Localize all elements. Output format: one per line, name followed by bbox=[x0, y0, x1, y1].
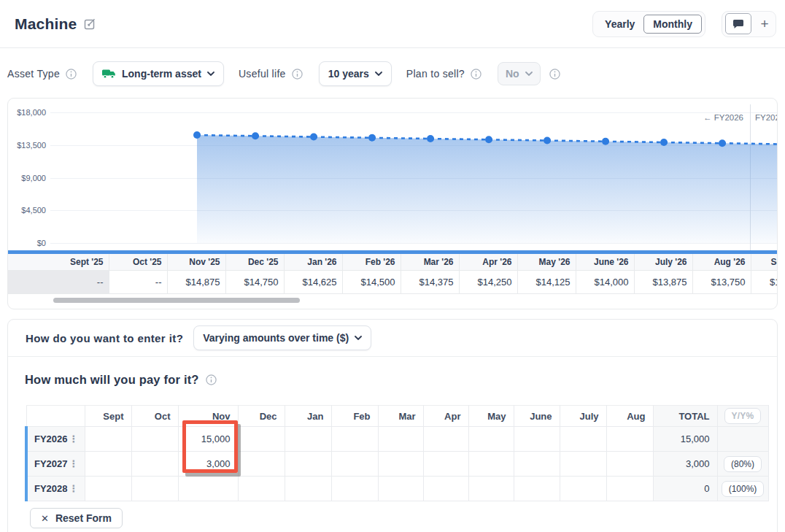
table-row-fy2027: FY2027⋮ 3,000 3,000 bbox=[26, 452, 768, 477]
horizontal-scrollbar[interactable] bbox=[53, 298, 300, 303]
amount-cell[interactable] bbox=[131, 427, 178, 452]
fiscal-year-label: FY2027 bbox=[34, 458, 68, 469]
row-label-cell: FY2027⋮ bbox=[26, 452, 85, 477]
amount-cell[interactable] bbox=[560, 452, 606, 477]
amount-cell[interactable] bbox=[514, 427, 560, 452]
add-button[interactable]: + bbox=[757, 17, 773, 31]
data-point[interactable] bbox=[252, 132, 259, 139]
data-point[interactable] bbox=[719, 139, 726, 147]
amount-cell[interactable] bbox=[606, 427, 653, 452]
amount-cell[interactable] bbox=[85, 477, 131, 501]
amount-cell[interactable] bbox=[238, 427, 285, 452]
amount-cell[interactable] bbox=[85, 427, 131, 452]
row-menu-icon[interactable]: ⋮ bbox=[69, 459, 79, 469]
asset-type-dropdown[interactable]: Long-term asset bbox=[93, 61, 224, 86]
table-row-fy2028: FY2028⋮ 0 bbox=[26, 477, 768, 501]
plan-to-sell-dropdown[interactable]: No bbox=[498, 62, 541, 85]
data-point[interactable] bbox=[544, 137, 551, 144]
purchase-entry-panel: How do you want to enter it? Varying amo… bbox=[7, 319, 778, 532]
amount-cell[interactable] bbox=[378, 477, 423, 501]
amount-cell[interactable] bbox=[514, 452, 560, 477]
data-point[interactable] bbox=[602, 138, 609, 145]
chart-value-table: Sept '25 Oct '25 Nov '25 Dec '25 Jan '26… bbox=[8, 254, 778, 294]
data-point[interactable] bbox=[427, 135, 434, 142]
amount-cell[interactable] bbox=[285, 477, 331, 501]
amount-cell[interactable] bbox=[331, 452, 378, 477]
data-point[interactable] bbox=[310, 134, 317, 141]
amount-cell[interactable] bbox=[85, 452, 131, 477]
amount-cell[interactable] bbox=[423, 452, 468, 477]
data-point[interactable] bbox=[193, 131, 201, 139]
yearly-toggle-button[interactable]: Yearly bbox=[596, 15, 643, 33]
column-header: Mar bbox=[378, 406, 423, 427]
reset-form-button[interactable]: ✕ Reset Form bbox=[30, 508, 123, 528]
amount-cell[interactable] bbox=[378, 452, 423, 477]
row-label-header bbox=[26, 406, 85, 427]
monthly-toggle-button[interactable]: Monthly bbox=[643, 15, 702, 34]
amount-cell[interactable] bbox=[514, 477, 560, 501]
amount-cell[interactable] bbox=[423, 477, 468, 501]
column-header: Oct bbox=[131, 406, 178, 427]
amount-cell[interactable] bbox=[423, 427, 468, 452]
amount-cell[interactable] bbox=[468, 477, 514, 501]
plan-to-sell-info-icon[interactable] bbox=[471, 69, 482, 80]
amount-cell-nov[interactable]: 3,000 bbox=[178, 452, 238, 477]
amount-cell[interactable] bbox=[331, 477, 378, 501]
amount-cell[interactable] bbox=[560, 427, 606, 452]
reset-form-label: Reset Form bbox=[55, 512, 112, 524]
data-point[interactable] bbox=[485, 136, 492, 143]
row-menu-icon[interactable]: ⋮ bbox=[69, 484, 79, 493]
payment-info-icon[interactable] bbox=[206, 374, 217, 385]
month-value: $14,000 bbox=[576, 271, 634, 294]
amount-cell[interactable] bbox=[131, 452, 178, 477]
comments-button[interactable] bbox=[725, 13, 751, 34]
page-header: Machine Yearly Monthly + bbox=[0, 0, 785, 48]
chart-month-header-row: Sept '25 Oct '25 Nov '25 Dec '25 Jan '26… bbox=[8, 254, 778, 271]
asset-config-row: Asset Type Long-term asset Useful life 1… bbox=[0, 57, 785, 90]
amount-cell[interactable] bbox=[468, 452, 514, 477]
month-header: Nov '25 bbox=[167, 254, 225, 271]
row-menu-icon[interactable]: ⋮ bbox=[69, 434, 79, 444]
amount-cell[interactable] bbox=[238, 452, 285, 477]
amount-cell[interactable] bbox=[131, 477, 178, 501]
column-header: Aug bbox=[606, 406, 653, 427]
data-point[interactable] bbox=[660, 139, 668, 146]
sell-info-icon[interactable] bbox=[549, 69, 560, 80]
month-header: Aug '26 bbox=[692, 254, 751, 271]
month-value: $14,625 bbox=[284, 271, 342, 294]
yoy-toggle-pill[interactable]: Y/Y% bbox=[724, 408, 762, 424]
amount-cell[interactable] bbox=[285, 427, 331, 452]
entry-method-dropdown[interactable]: Varying amounts over time ($) bbox=[193, 325, 371, 350]
data-point[interactable] bbox=[368, 134, 376, 142]
amount-cell[interactable] bbox=[331, 427, 378, 452]
useful-life-label: Useful life bbox=[239, 68, 286, 80]
chart-value-row: -- -- $14,875 $14,750 $14,625 $14,500 $1… bbox=[8, 271, 778, 294]
table-row-fy2026: FY2026⋮ 15,000 15,00 bbox=[26, 427, 768, 452]
payment-table: Sept Oct Nov Dec Jan Feb Mar Apr May Jun… bbox=[25, 405, 769, 501]
asset-type-info-icon[interactable] bbox=[66, 69, 77, 80]
useful-life-info-icon[interactable] bbox=[292, 69, 303, 80]
asset-type-value: Long-term asset bbox=[122, 68, 201, 80]
amount-cell[interactable] bbox=[606, 477, 653, 501]
amount-cell[interactable] bbox=[238, 477, 285, 501]
amount-cell-nov[interactable]: 15,000 bbox=[178, 427, 238, 452]
amount-cell[interactable] bbox=[468, 427, 514, 452]
period-toggle-group: Yearly Monthly bbox=[592, 11, 705, 37]
yoy-column-header: Y/Y% bbox=[717, 406, 768, 427]
amount-cell[interactable] bbox=[285, 452, 331, 477]
amount-cell[interactable] bbox=[378, 427, 423, 452]
yoy-value-pill: (80%) bbox=[724, 456, 762, 472]
column-header: Dec bbox=[238, 406, 285, 427]
amount-cell[interactable] bbox=[606, 452, 653, 477]
entry-method-row: How do you want to enter it? Varying amo… bbox=[8, 320, 777, 357]
amount-cell[interactable] bbox=[178, 477, 238, 501]
month-value: -- bbox=[8, 271, 109, 294]
column-header: Nov bbox=[178, 406, 238, 427]
month-header: Oct '25 bbox=[109, 254, 167, 271]
amount-cell[interactable] bbox=[560, 477, 606, 501]
month-header: Apr '26 bbox=[459, 254, 517, 271]
month-value: -- bbox=[109, 271, 167, 294]
month-header: May '26 bbox=[517, 254, 576, 271]
useful-life-dropdown[interactable]: 10 years bbox=[319, 61, 392, 86]
edit-title-icon[interactable] bbox=[84, 18, 96, 30]
